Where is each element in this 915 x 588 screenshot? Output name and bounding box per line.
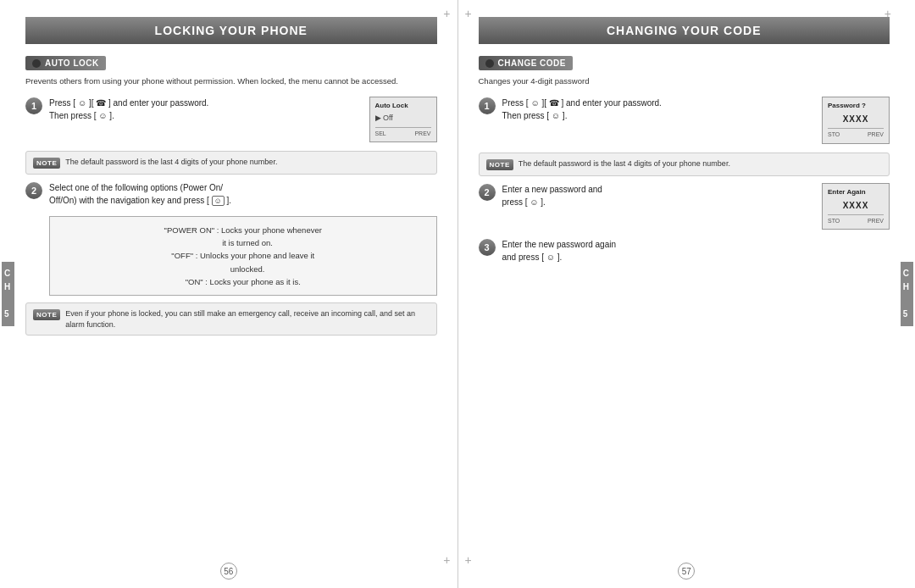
corner-cross-bl: + — [465, 553, 472, 567]
right-step-2-row: Enter a new password and press [ ☺ ]. En… — [502, 183, 890, 230]
left-note-2-text: Even if your phone is locked, you can st… — [65, 308, 429, 330]
right-section-header: CHANGING YOUR CODE — [479, 17, 890, 44]
options-box: "POWER ON" : Locks your phone whenever i… — [49, 216, 437, 296]
screen-right-password: PREV — [868, 130, 884, 140]
screen-xxxx-password: XXXX — [828, 113, 884, 125]
ch-badge-left: CH5 — [2, 262, 14, 326]
right-step-3: 3 Enter the new password again and press… — [479, 238, 890, 263]
left-description: Prevents others from using your phone wi… — [25, 75, 437, 86]
right-page-number: 57 — [678, 563, 695, 580]
screen-left-enter-again: STO — [828, 217, 840, 226]
bullet-icon-right — [485, 59, 494, 68]
screen-footer-autolock: SEL PREV — [375, 127, 431, 139]
right-note-1: NOTE The default password is the last 4 … — [479, 153, 890, 176]
step-1-row: Press [ ☺ ][ ☎ ] and enter your password… — [49, 97, 437, 142]
right-step-number-3: 3 — [479, 239, 496, 256]
left-note-1-text: The default password is the last 4 digit… — [65, 157, 277, 168]
screen-mock-password: Password ? XXXX STO PREV — [822, 97, 890, 144]
screen-title-autolock: Auto Lock — [375, 101, 431, 111]
step-2-text: Select one of the following options (Pow… — [49, 181, 437, 208]
corner-cross-tr: + — [443, 7, 450, 20]
left-section-header: LOCKING YOUR PHONE — [25, 17, 437, 44]
left-page: CH5 + + LOCKING YOUR PHONE AUTO LOCK Pre… — [0, 0, 458, 588]
screen-mock-autolock: Auto Lock ▶ Off SEL PREV — [369, 97, 437, 142]
corner-cross-br: + — [443, 553, 450, 567]
option-power-on: "POWER ON" : Locks your phone whenever i… — [60, 224, 426, 249]
left-note-2: NOTE Even if your phone is locked, you c… — [25, 302, 437, 336]
right-step-3-text: Enter the new password again and press [… — [502, 238, 890, 263]
right-page: CH5 + + + CHANGING YOUR CODE CHANGE CODE… — [458, 0, 916, 588]
right-step-1-text: Press [ ☺ ][ ☎ ] and enter your password… — [502, 97, 662, 122]
bullet-icon — [32, 59, 41, 68]
screen-title-enter-again: Enter Again — [828, 187, 884, 197]
ch-badge-right: CH5 — [901, 262, 913, 326]
right-step-2: 2 Enter a new password and press [ ☺ ]. … — [479, 183, 890, 230]
screen-right-enter-again: PREV — [868, 217, 884, 226]
corner-cross-tr-right: + — [884, 7, 891, 20]
right-step-2-text: Enter a new password and press [ ☺ ]. — [502, 183, 602, 208]
right-description: Changes your 4-digit password — [479, 75, 890, 86]
right-step-1-row: Press [ ☺ ][ ☎ ] and enter your password… — [502, 97, 890, 144]
right-note-1-text: The default password is the last 4 digit… — [518, 158, 730, 169]
screen-mock-enter-again: Enter Again XXXX STO PREV — [822, 183, 890, 230]
left-sub-section-label: AUTO LOCK — [25, 56, 106, 70]
right-step-1: 1 Press [ ☺ ][ ☎ ] and enter your passwo… — [479, 97, 890, 144]
screen-title-password: Password ? — [828, 101, 884, 111]
step-number-1: 1 — [25, 97, 42, 114]
screen-body-autolock: ▶ Off — [375, 113, 431, 125]
left-step-2: 2 Select one of the following options (P… — [25, 181, 437, 208]
option-on: "ON" : Locks your phone as it is. — [60, 275, 426, 288]
option-off: "OFF" : Unlocks your phone and leave it … — [60, 249, 426, 275]
screen-xxxx-enter-again: XXXX — [828, 199, 884, 212]
left-page-number: 56 — [220, 563, 237, 580]
screen-left-password: STO — [828, 130, 840, 140]
screen-footer-enter-again: STO PREV — [828, 214, 884, 226]
right-sub-section-label: CHANGE CODE — [479, 56, 574, 70]
left-step-1: 1 Press [ ☺ ][ ☎ ] and enter your passwo… — [25, 97, 437, 142]
left-note-1: NOTE The default password is the last 4 … — [25, 151, 437, 175]
right-step-number-1: 1 — [479, 97, 496, 114]
screen-footer-password: STO PREV — [828, 128, 884, 140]
step-number-2: 2 — [25, 182, 42, 199]
step-1-text: Press [ ☺ ][ ☎ ] and enter your password… — [49, 97, 208, 122]
right-step-number-2: 2 — [479, 184, 496, 201]
screen-left-autolock: SEL — [375, 130, 386, 139]
screen-right-autolock: PREV — [414, 130, 430, 139]
corner-cross-tl: + — [465, 7, 472, 20]
